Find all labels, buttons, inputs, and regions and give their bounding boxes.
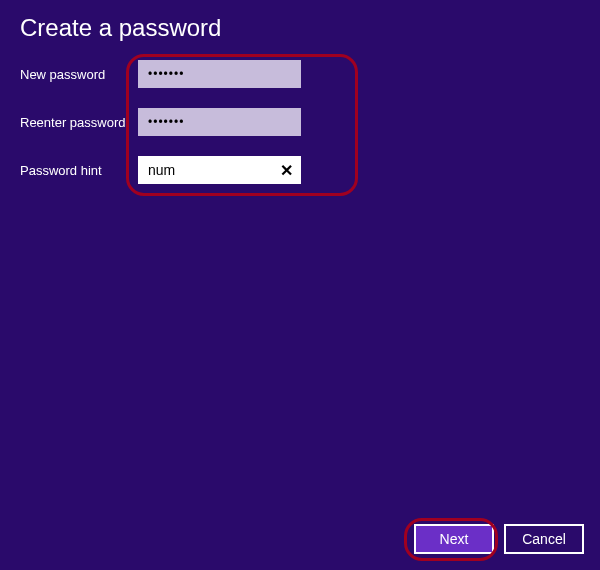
label-new-password: New password [20, 67, 138, 82]
password-hint-input[interactable] [138, 156, 271, 184]
label-password-hint: Password hint [20, 163, 138, 178]
footer-buttons: Next Cancel [414, 524, 584, 554]
reenter-password-input[interactable] [138, 108, 301, 136]
cancel-button[interactable]: Cancel [504, 524, 584, 554]
clear-hint-icon[interactable]: ✕ [271, 156, 301, 184]
reenter-password-field-wrap [138, 108, 301, 136]
row-reenter-password: Reenter password [20, 108, 600, 136]
new-password-input[interactable] [138, 60, 301, 88]
page-title: Create a password [0, 0, 600, 60]
row-new-password: New password [20, 60, 600, 88]
row-password-hint: Password hint ✕ [20, 156, 600, 184]
next-button[interactable]: Next [414, 524, 494, 554]
password-form: New password Reenter password Password h… [0, 60, 600, 184]
new-password-field-wrap [138, 60, 301, 88]
label-reenter-password: Reenter password [20, 115, 138, 130]
password-hint-field-wrap: ✕ [138, 156, 301, 184]
